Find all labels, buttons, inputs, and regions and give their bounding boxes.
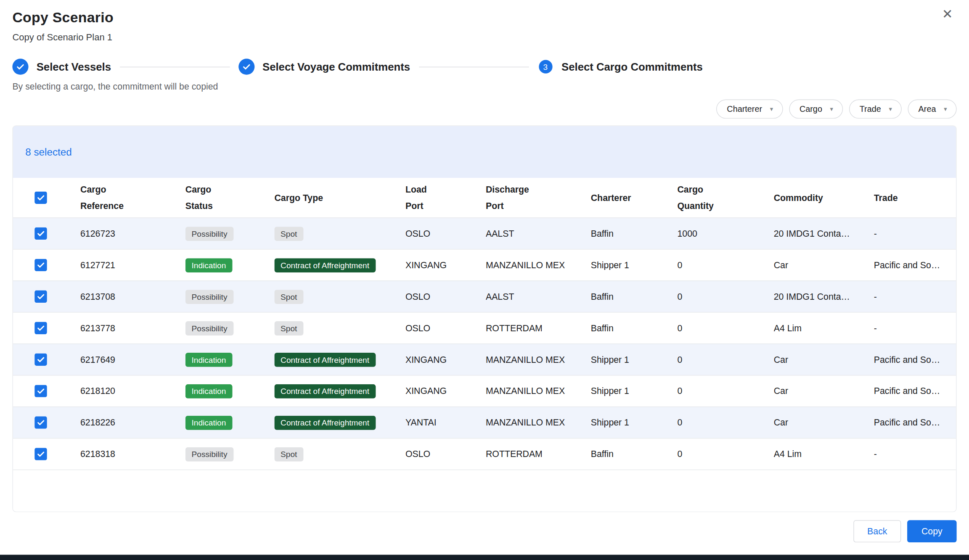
step-complete-check-icon [238,59,254,75]
table-row: 6218318PossibilitySpotOSLOROTTERDAMBaffi… [13,438,956,470]
column-header: Charterer [591,190,678,206]
step-label: Select Cargo Commitments [561,60,703,73]
row-checkbox[interactable] [34,259,47,271]
cell-trade: - [874,292,957,302]
row-checkbox[interactable] [34,227,47,240]
cell-charterer: Shipper 1 [591,354,678,365]
step-connector [120,66,230,67]
chevron-down-icon: ▼ [829,106,834,112]
cell-charterer: Baffin [591,229,678,239]
cargo-commitments-table: 8 selected CargoReferenceCargoStatusCarg… [12,125,956,512]
filter-bar: Charterer ▼ Cargo ▼ Trade ▼ Area ▼ [12,100,956,119]
cell-charterer: Shipper 1 [591,260,678,270]
column-header: CargoStatus [185,182,275,214]
cell-cargo-reference: 6218226 [80,417,185,428]
cell-cargo-quantity: 1000 [677,229,773,239]
table-row: 6213708PossibilitySpotOSLOAALSTBaffin020… [13,280,956,312]
cell-trade: - [874,229,957,239]
cell-checkbox [13,192,80,204]
cell-cargo-reference: 6218120 [80,386,185,396]
cell-cargo-type: Contract of Affreightment [274,352,405,367]
cell-commodity: 20 IMDG1 Conta… [774,292,874,302]
step-select-cargo-commitments[interactable]: 3 Select Cargo Commitments [537,60,703,74]
status-badge: Possibility [185,321,233,335]
cell-checkbox [13,385,80,397]
cell-charterer: Shipper 1 [591,386,678,396]
dialog-footer: Back Copy [12,520,956,542]
filter-label: Trade [860,104,881,114]
status-badge: Indication [185,415,232,430]
column-header: Commodity [774,190,874,206]
row-checkbox[interactable] [34,291,47,303]
cell-checkbox [13,353,80,365]
cell-load-port: OSLO [405,323,486,333]
status-badge: Indication [185,258,232,272]
cell-charterer: Baffin [591,449,678,459]
cell-commodity: Car [774,417,874,428]
cell-cargo-reference: 6213708 [80,292,185,302]
cell-trade: Pacific and So… [874,260,957,270]
cell-load-port: XINGANG [405,386,486,396]
cell-discharge-port: MANZANILLO MEX [486,417,591,428]
close-button[interactable]: ✕ [938,4,957,23]
type-badge: Contract of Affreightment [274,415,375,430]
step-number-badge: 3 [539,60,552,74]
cell-load-port: XINGANG [405,260,486,270]
status-badge: Possibility [185,289,233,304]
filter-area[interactable]: Area ▼ [908,100,957,119]
cell-cargo-status: Possibility [185,227,275,241]
step-select-voyage-commitments[interactable]: Select Voyage Commitments [238,59,410,75]
cell-cargo-reference: 6126723 [80,229,185,239]
type-badge: Contract of Affreightment [274,352,375,367]
column-header: Trade [874,190,957,206]
step-select-vessels[interactable]: Select Vessels [12,59,111,75]
column-header: LoadPort [405,182,486,214]
cell-discharge-port: MANZANILLO MEX [486,354,591,365]
cell-checkbox [13,291,80,303]
cell-charterer: Baffin [591,323,678,333]
cell-commodity: A4 Lim [774,323,874,333]
cell-cargo-status: Indication [185,258,275,272]
row-checkbox[interactable] [34,353,47,365]
filter-label: Charterer [727,104,762,114]
step-label: Select Voyage Commitments [262,60,410,73]
chevron-down-icon: ▼ [943,106,948,112]
cell-discharge-port: ROTTERDAM [486,323,591,333]
column-header: Cargo Type [274,190,405,206]
table-body: 6126723PossibilitySpotOSLOAALSTBaffin100… [13,217,956,470]
cell-trade: - [874,449,957,459]
copy-button[interactable]: Copy [907,520,957,542]
step-connector [419,66,529,67]
cell-commodity: Car [774,386,874,396]
cell-checkbox [13,448,80,460]
status-badge: Indication [185,352,232,367]
cell-cargo-quantity: 0 [677,417,773,428]
type-badge: Contract of Affreightment [274,258,375,272]
type-badge: Spot [274,289,303,304]
filter-cargo[interactable]: Cargo ▼ [789,100,843,119]
select-all-checkbox[interactable] [34,192,47,204]
close-icon: ✕ [942,7,953,20]
column-header: CargoReference [80,182,185,214]
row-checkbox[interactable] [34,385,47,397]
screen: Copy Scenario Copy of Scenario Plan 1 ✕ … [0,0,969,560]
cell-commodity: 20 IMDG1 Conta… [774,229,874,239]
step-complete-check-icon [12,59,28,75]
row-checkbox[interactable] [34,322,47,334]
row-checkbox[interactable] [34,448,47,460]
type-badge: Spot [274,321,303,335]
dialog-title: Copy Scenario [12,9,956,26]
dialog-subtitle: Copy of Scenario Plan 1 [12,32,956,42]
cell-checkbox [13,259,80,271]
row-checkbox[interactable] [34,416,47,428]
cell-cargo-type: Contract of Affreightment [274,258,405,272]
cell-discharge-port: AALST [486,292,591,302]
cell-cargo-type: Spot [274,447,405,461]
filter-trade[interactable]: Trade ▼ [849,100,902,119]
filter-charterer[interactable]: Charterer ▼ [716,100,783,119]
cell-charterer: Baffin [591,292,678,302]
table-row: 6217649IndicationContract of Affreightme… [13,343,956,375]
chevron-down-icon: ▼ [888,106,893,112]
chevron-down-icon: ▼ [769,106,774,112]
back-button[interactable]: Back [853,520,901,542]
